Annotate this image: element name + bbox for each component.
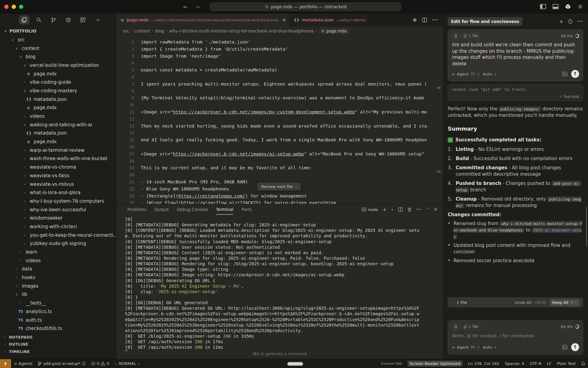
extensions-cube-icon[interactable]: [63, 15, 74, 25]
tab-context-chip[interactable]: 1 Tab: [462, 33, 481, 39]
tree-item[interactable]: › why-I-buy-system-76-computers: [0, 197, 116, 205]
tree-item[interactable]: › warp-ai-terminal-review: [0, 146, 116, 155]
toggle-panel-icon[interactable]: [552, 4, 559, 9]
close-window-button[interactable]: [4, 5, 9, 9]
tree-item[interactable]: › images: [0, 282, 116, 290]
undo-all-button[interactable]: Undo All ⌥⌘⌫: [515, 300, 546, 305]
tree-item[interactable]: ∨ content: [0, 44, 116, 53]
more-actions-icon[interactable]: ···: [577, 19, 583, 24]
command-result-card[interactable]: resent (use "git add" to track) ✓ Succes…: [448, 84, 583, 101]
split-editor-icon[interactable]: [422, 18, 427, 22]
tree-item[interactable]: ∨ vercel-build-time-optimization: [0, 61, 116, 70]
send-button[interactable]: ↑: [571, 70, 579, 78]
attach-image-icon[interactable]: [562, 72, 567, 76]
chat-scrollbar[interactable]: [586, 207, 587, 247]
tree-item[interactable]: › weaviate-vs-faiss: [0, 171, 116, 180]
back-icon[interactable]: ←: [183, 3, 188, 10]
eol-status[interactable]: LF: [544, 361, 554, 366]
panel-tab[interactable]: Debug Console: [177, 204, 208, 215]
encoding-status[interactable]: UTF-8: [527, 361, 544, 366]
tab-metadata-json[interactable]: {} metadata.json .../why-i-ditche: [289, 13, 369, 26]
more-actions-icon[interactable]: ···: [416, 207, 422, 212]
language-mode-status[interactable]: Plain Text: [554, 361, 579, 366]
tree-item[interactable]: ∨ src: [0, 36, 116, 44]
review-files-bar[interactable]: › 1 File Undo All ⌥⌘⌫ Keep All⌘⏎: [448, 297, 583, 307]
tree-item[interactable]: TS checkoutUtils.ts: [0, 324, 116, 333]
tree-item[interactable]: ∨ blog: [0, 52, 116, 61]
agents-status[interactable]: ∞Agents: [11, 361, 35, 366]
more-actions-icon[interactable]: ···: [432, 17, 438, 23]
panel-tab[interactable]: Problems: [127, 204, 146, 215]
breadcrumb-item[interactable]: src: [123, 29, 129, 33]
tree-item[interactable]: › weaviate-vs-milvus: [0, 180, 116, 189]
remote-indicator[interactable]: [0, 359, 11, 368]
notifications-bell-icon[interactable]: [579, 362, 588, 366]
tree-item[interactable]: ∨ vibe-coding-mastery: [0, 86, 116, 95]
search-panel-icon[interactable]: [34, 15, 44, 25]
cursor-position-status[interactable]: Ln 109, Col 165: [465, 361, 502, 366]
more-views-chevron-icon[interactable]: [92, 15, 103, 25]
command-center-search[interactable]: page.mdx — portfolio — Untracked: [210, 2, 401, 11]
tree-item[interactable]: ≡ page.mdx: [0, 104, 116, 112]
vim-mode-status[interactable]: -- NORMAL --: [112, 361, 143, 366]
mention-chip[interactable]: @: [452, 324, 460, 330]
breadcrumb-item[interactable]: content: [134, 29, 150, 33]
terminal-output[interactable]: [0] [0] [METADATA][DEBUG] Generating met…: [116, 215, 443, 351]
tree-item[interactable]: › working-with-circleci: [0, 222, 116, 231]
new-terminal-icon[interactable]: +: [383, 207, 386, 213]
tree-item[interactable]: TS auth.ts: [0, 316, 116, 324]
tree-item[interactable]: › yubikey-sudo-git-signing: [0, 240, 116, 248]
explorer-icon[interactable]: [19, 15, 29, 25]
model-picker[interactable]: Auto∨: [483, 345, 497, 350]
tree-item[interactable]: › __tests__: [0, 299, 116, 307]
review-next-file-button[interactable]: Review next file ›: [257, 183, 301, 190]
user-message-card[interactable]: @ 1 Tab 56.0% lint and build until we're…: [448, 29, 583, 81]
tree-item[interactable]: {} metadata.json: [0, 95, 116, 104]
tab-page-mdx[interactable]: ≡ page.mdx .../why-i-ditched-multi-monit…: [116, 13, 289, 26]
tree-item[interactable]: › videos: [0, 112, 116, 121]
problems-status[interactable]: 0 0: [89, 361, 112, 366]
agent-mode-picker[interactable]: ∞Agent⌘I∨: [452, 72, 480, 76]
new-chat-icon[interactable]: +: [559, 18, 564, 25]
toggle-primary-sidebar-icon[interactable]: [540, 4, 546, 9]
git-branch-status[interactable]: add-post-ai-setup*: [35, 361, 89, 366]
tree-item[interactable]: › videos: [0, 256, 116, 265]
model-picker[interactable]: Auto∨: [483, 72, 497, 76]
indentation-status[interactable]: Spaces: 4: [502, 361, 527, 366]
chat-input-placeholder[interactable]: Write, @ for context, / for commands: [452, 333, 579, 338]
tree-item[interactable]: › learn: [0, 248, 116, 256]
panel-tab[interactable]: Terminal: [216, 204, 233, 215]
tree-item[interactable]: TS analytics.ts: [0, 307, 116, 316]
screen-reader-status[interactable]: Screen Reader Optimized: [408, 361, 463, 366]
tree-item[interactable]: › data: [0, 265, 116, 274]
terminal-dropdown-chevron-icon[interactable]: ∨: [391, 208, 393, 211]
tree-item[interactable]: ∨ walking-and-talking-with-ai: [0, 121, 116, 129]
close-tab-icon[interactable]: ×: [282, 17, 286, 23]
tree-item[interactable]: › wash-three-walls-with-one-bucket: [0, 155, 116, 163]
forward-icon[interactable]: →: [195, 3, 200, 10]
minimize-window-button[interactable]: [12, 5, 16, 9]
settings-gear-icon[interactable]: [577, 4, 583, 10]
send-button[interactable]: ↑: [571, 343, 579, 351]
chat-title[interactable]: Edit for flow and conciseness: [448, 17, 522, 26]
explorer-section-header[interactable]: ∨ PORTFOLIO: [0, 26, 116, 36]
tab-context-chip[interactable]: 1 Tab: [462, 324, 481, 330]
tree-item[interactable]: › vibe-coding-guide: [0, 78, 116, 86]
panel-tab[interactable]: Ports: [241, 204, 252, 215]
tree-item[interactable]: › weaviate-vs-chroma: [0, 163, 116, 171]
split-terminal-icon[interactable]: [398, 207, 403, 212]
kill-terminal-trash-icon[interactable]: [407, 207, 412, 212]
ai-flower-icon[interactable]: ✻: [413, 17, 417, 23]
breadcrumb-file[interactable]: ≡ page.mdx: [319, 28, 349, 34]
mention-chip[interactable]: @: [452, 33, 460, 39]
attach-image-icon[interactable]: [562, 345, 567, 350]
history-icon[interactable]: [568, 19, 573, 24]
tree-item[interactable]: ≡ page.mdx: [0, 70, 116, 78]
maximize-panel-chevron-icon[interactable]: ⌃: [426, 208, 429, 212]
agent-mode-picker[interactable]: ∞Agent⌘I∨: [452, 345, 480, 350]
tree-item[interactable]: ≡ page.mdx: [0, 137, 116, 146]
sidebar-section-header[interactable]: › NOTEPADS: [0, 333, 116, 341]
breadcrumb-item[interactable]: blog: [155, 29, 164, 33]
breadcrumb-item[interactable]: why-i-ditched-multi-monitor-setup-for-ma…: [169, 29, 314, 33]
layout-grid-icon[interactable]: [78, 15, 88, 25]
